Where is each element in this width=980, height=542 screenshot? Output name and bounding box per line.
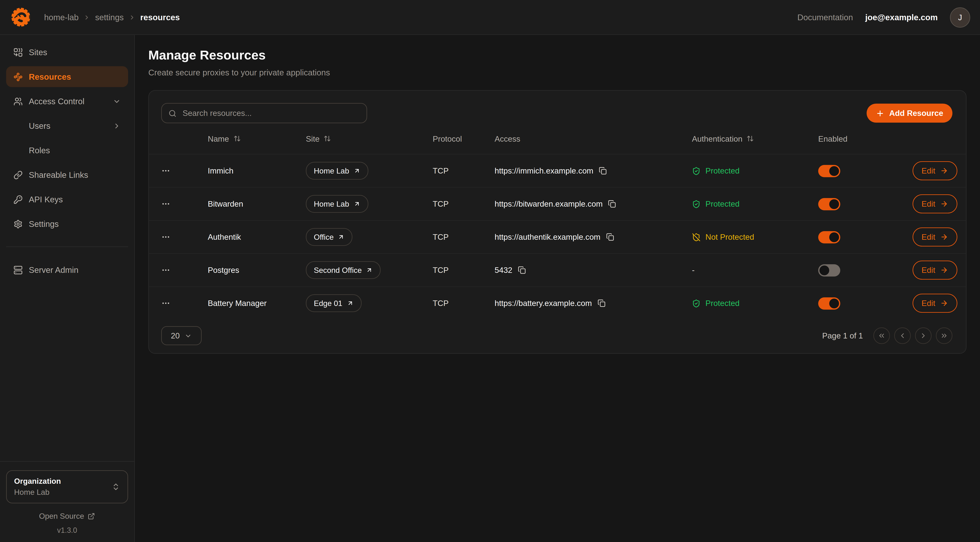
- header-site[interactable]: Site: [306, 134, 433, 143]
- edit-button-label: Edit: [921, 166, 935, 175]
- auth-cell: Protected: [692, 298, 818, 308]
- first-page-button[interactable]: [873, 327, 890, 344]
- header-enabled-label: Enabled: [818, 134, 847, 143]
- breadcrumb-org[interactable]: home-lab: [44, 13, 79, 22]
- row-menu-button[interactable]: [161, 298, 208, 308]
- site-link-label: Home Lab: [314, 167, 349, 175]
- auth-cell: Protected: [692, 199, 818, 209]
- prev-page-button[interactable]: [894, 327, 911, 344]
- server-icon: [13, 265, 23, 274]
- copy-icon: [518, 266, 526, 274]
- ellipsis-icon: [161, 166, 170, 175]
- enabled-toggle[interactable]: [818, 264, 840, 276]
- toggle-knob: [829, 232, 839, 242]
- next-page-button[interactable]: [915, 327, 932, 344]
- waypoints-icon: [13, 72, 23, 81]
- arrow-right-icon: [940, 299, 948, 307]
- edit-button[interactable]: Edit: [912, 161, 957, 180]
- site-link[interactable]: Home Lab: [306, 195, 368, 213]
- arrow-right-icon: [940, 167, 948, 175]
- copy-button[interactable]: [597, 299, 605, 307]
- org-selector[interactable]: Organization Home Lab: [6, 470, 128, 504]
- external-link-icon: [88, 513, 95, 520]
- arrow-up-right-icon: [353, 201, 360, 207]
- sidebar-item-label: Roles: [29, 146, 50, 155]
- edit-button[interactable]: Edit: [912, 194, 957, 214]
- row-menu-button[interactable]: [161, 166, 208, 175]
- org-selector-title: Organization: [14, 475, 61, 486]
- site-link-label: Edge 01: [314, 299, 342, 308]
- edit-button[interactable]: Edit: [912, 228, 957, 247]
- header-authentication[interactable]: Authentication: [692, 134, 818, 143]
- add-resource-button[interactable]: Add Resource: [867, 104, 953, 123]
- sidebar-item-label: API Keys: [29, 195, 63, 204]
- user-email-menu[interactable]: joe@example.com: [865, 13, 938, 22]
- breadcrumb: home-lab settings resources: [44, 13, 180, 22]
- copy-button[interactable]: [599, 167, 607, 175]
- table-row: Postgres Second Office TCP 5432: [149, 253, 966, 286]
- sidebar-item-resources[interactable]: Resources: [6, 66, 128, 87]
- documentation-link[interactable]: Documentation: [797, 13, 853, 22]
- resource-access-url: https://immich.example.com: [495, 166, 593, 175]
- search-input[interactable]: [181, 108, 360, 118]
- site-link[interactable]: Edge 01: [306, 294, 361, 312]
- enabled-toggle[interactable]: [818, 198, 840, 210]
- enabled-toggle[interactable]: [818, 297, 840, 309]
- edit-button-label: Edit: [921, 298, 935, 308]
- users-icon: [13, 97, 23, 106]
- breadcrumb-settings[interactable]: settings: [95, 13, 124, 22]
- copy-button[interactable]: [606, 233, 614, 241]
- open-source-link[interactable]: Open Source: [0, 512, 134, 521]
- sidebar-item-label: Access Control: [29, 97, 84, 106]
- sidebar-item-access-control[interactable]: Access Control: [6, 91, 128, 112]
- table-row: Immich Home Lab TCP https://immich.examp…: [149, 154, 966, 187]
- site-link-label: Office: [314, 233, 334, 241]
- table-row: Authentik Office TCP https://authentik.e…: [149, 220, 966, 253]
- edit-button[interactable]: Edit: [912, 294, 957, 313]
- avatar[interactable]: J: [950, 7, 970, 27]
- chevrons-left-icon: [878, 332, 886, 340]
- header-name[interactable]: Name: [208, 134, 306, 143]
- site-link-label: Home Lab: [314, 200, 349, 208]
- sidebar-item-sites[interactable]: Sites: [6, 42, 128, 62]
- sidebar-item-shareable-links[interactable]: Shareable Links: [6, 164, 128, 185]
- header-protocol-label: Protocol: [433, 134, 462, 143]
- auth-status-label: Not Protected: [705, 233, 754, 242]
- sidebar-item-roles[interactable]: Roles: [6, 140, 128, 161]
- gear-icon: [13, 219, 23, 228]
- copy-button[interactable]: [518, 266, 526, 274]
- row-menu-button[interactable]: [161, 266, 208, 275]
- chevrons-right-icon: [940, 332, 948, 340]
- resource-protocol: TCP: [433, 298, 495, 308]
- table-header: Name Site Protocol Access Authenticati: [149, 123, 966, 154]
- edit-button[interactable]: Edit: [912, 261, 957, 280]
- chevron-right-icon: [920, 332, 927, 340]
- sidebar-divider: [6, 247, 128, 247]
- auth-cell: -: [692, 266, 818, 275]
- site-link[interactable]: Second Office: [306, 261, 381, 279]
- sidebar-item-users[interactable]: Users: [6, 115, 128, 136]
- shield-check-icon: [692, 200, 700, 208]
- enabled-toggle[interactable]: [818, 165, 840, 177]
- edit-button-label: Edit: [921, 266, 935, 275]
- page-size-select[interactable]: 20: [161, 326, 202, 345]
- copy-icon: [606, 233, 614, 241]
- site-link[interactable]: Office: [306, 228, 353, 246]
- header-access-label: Access: [495, 134, 520, 143]
- site-link[interactable]: Home Lab: [306, 162, 368, 180]
- resource-name: Postgres: [208, 266, 306, 275]
- copy-button[interactable]: [608, 200, 616, 208]
- row-menu-button[interactable]: [161, 233, 208, 242]
- sidebar-item-server-admin[interactable]: Server Admin: [6, 259, 128, 280]
- last-page-button[interactable]: [936, 327, 953, 344]
- edit-button-label: Edit: [921, 233, 935, 242]
- header-name-label: Name: [208, 134, 229, 143]
- toggle-knob: [829, 298, 839, 308]
- enabled-toggle[interactable]: [818, 231, 840, 243]
- sidebar-item-label: Resources: [29, 72, 71, 81]
- row-menu-button[interactable]: [161, 199, 208, 209]
- sidebar-item-settings[interactable]: Settings: [6, 214, 128, 234]
- sidebar-item-api-keys[interactable]: API Keys: [6, 189, 128, 210]
- arrow-right-icon: [940, 233, 948, 241]
- resource-name: Immich: [208, 166, 306, 175]
